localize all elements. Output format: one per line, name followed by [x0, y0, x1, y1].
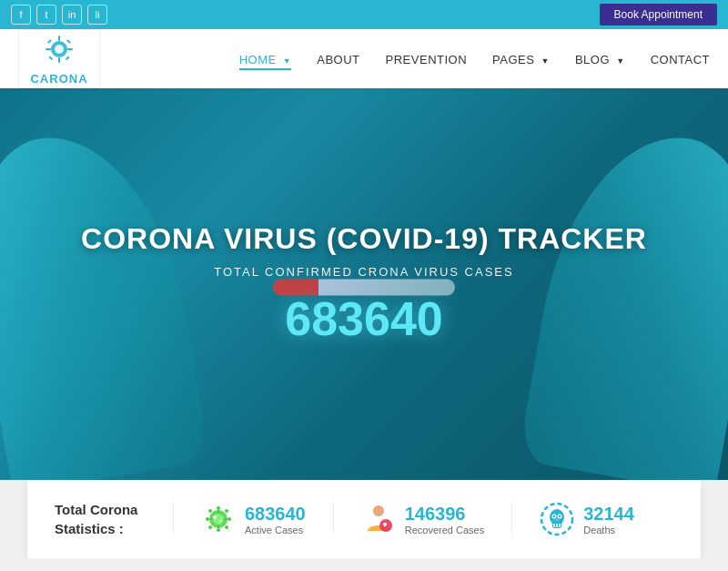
- stat-recovered-cases: 146396 Recovered Cases: [333, 502, 511, 536]
- svg-point-33: [553, 515, 555, 517]
- deaths-info: 32144 Deaths: [583, 504, 634, 535]
- recovered-cases-info: 146396 Recovered Cases: [405, 504, 484, 535]
- deaths-number: 32144: [583, 504, 634, 525]
- linkedin-icon[interactable]: li: [87, 5, 107, 25]
- social-icons: f t in li: [11, 5, 107, 25]
- recovered-cases-desc: Recovered Cases: [405, 525, 484, 535]
- logo-icon: [43, 33, 76, 72]
- stat-active-cases: 683640 Active Cases: [173, 502, 333, 536]
- book-appointment-button[interactable]: Book Appointment: [600, 4, 717, 25]
- top-bar: f t in li Book Appointment: [0, 0, 728, 29]
- active-cases-desc: Active Cases: [245, 525, 306, 535]
- nav-item-contact[interactable]: CONTACT: [651, 51, 710, 67]
- svg-rect-8: [48, 56, 53, 60]
- svg-rect-6: [47, 39, 52, 44]
- svg-rect-4: [46, 48, 51, 50]
- svg-rect-3: [58, 57, 60, 63]
- svg-point-17: [228, 517, 231, 521]
- stats-label: Total Corona Statistics :: [55, 500, 173, 538]
- logo: CARONA: [18, 29, 100, 88]
- deaths-desc: Deaths: [583, 525, 634, 535]
- nav-item-home[interactable]: HOME ▼: [239, 51, 292, 67]
- svg-point-18: [208, 509, 212, 513]
- nav-item-about[interactable]: ABOUT: [317, 51, 359, 67]
- svg-point-11: [213, 514, 224, 525]
- svg-point-19: [225, 509, 228, 513]
- navbar: CARONA HOME ▼ ABOUT PREVENTION PAGES ▼ B…: [0, 29, 728, 88]
- recovered-cases-number: 146396: [405, 504, 484, 525]
- svg-point-13: [219, 520, 222, 523]
- svg-point-1: [55, 45, 64, 54]
- person-recovered-icon: [361, 502, 396, 536]
- svg-point-26: [373, 505, 384, 516]
- active-cases-info: 683640 Active Cases: [245, 504, 306, 535]
- instagram-icon[interactable]: in: [62, 5, 82, 25]
- nav-item-prevention[interactable]: PREVENTION: [386, 51, 468, 67]
- svg-rect-5: [67, 48, 73, 50]
- hero-content: CORONA VIRUS (COVID-19) TRACKER TOTAL CO…: [81, 222, 647, 346]
- twitter-icon[interactable]: t: [36, 5, 56, 25]
- virus-icon: [201, 502, 236, 536]
- hero-subtitle: TOTAL CONFIRMED CRONA VIRUS CASES: [81, 265, 647, 279]
- skull-icon: [540, 502, 574, 536]
- logo-text: CARONA: [30, 72, 87, 86]
- nav-links: HOME ▼ ABOUT PREVENTION PAGES ▼ BLOG ▼ C…: [239, 51, 710, 67]
- svg-point-16: [206, 517, 209, 521]
- svg-point-21: [225, 525, 228, 529]
- svg-rect-7: [66, 39, 71, 44]
- svg-point-34: [559, 515, 561, 517]
- svg-point-14: [217, 506, 220, 510]
- hero-section: CORONA VIRUS (COVID-19) TRACKER TOTAL CO…: [0, 88, 728, 480]
- hero-number: 683640: [81, 291, 647, 346]
- stat-deaths: 32144 Deaths: [511, 502, 662, 536]
- svg-point-12: [213, 515, 217, 519]
- svg-rect-9: [66, 56, 70, 60]
- svg-point-15: [217, 528, 220, 532]
- stats-bar: Total Corona Statistics :: [27, 480, 701, 558]
- hero-title: CORONA VIRUS (COVID-19) TRACKER: [81, 222, 647, 256]
- svg-rect-2: [58, 36, 60, 41]
- nav-item-blog[interactable]: BLOG ▼: [575, 51, 625, 67]
- facebook-icon[interactable]: f: [11, 5, 31, 25]
- active-cases-number: 683640: [245, 504, 306, 525]
- svg-point-20: [208, 525, 212, 529]
- nav-item-pages[interactable]: PAGES ▼: [492, 51, 550, 67]
